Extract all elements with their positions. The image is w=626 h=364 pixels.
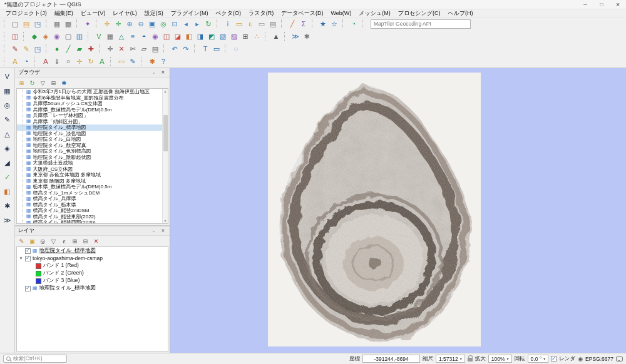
layer-labeling-button[interactable]: A bbox=[9, 56, 21, 67]
select-features-button[interactable]: ▭ bbox=[233, 18, 245, 29]
copy-features-button[interactable]: ▱ bbox=[138, 43, 150, 54]
maximize-button[interactable]: □ bbox=[593, 0, 610, 9]
map-tips-button[interactable]: ▭ bbox=[116, 56, 127, 67]
layer-item[interactable]: ✓▦地理院タイル_標準地図 bbox=[17, 247, 168, 255]
add-oracle-layer-button[interactable]: ◪ bbox=[172, 31, 183, 42]
close-button[interactable]: ✕ bbox=[610, 0, 626, 9]
add-wfs-layer-button[interactable]: ◩ bbox=[206, 31, 217, 42]
zoom-out-button[interactable]: ⊖ bbox=[135, 18, 146, 29]
open-attribute-table-button[interactable]: ▤ bbox=[267, 18, 279, 29]
add-polygon-feature-button[interactable]: ▰ bbox=[74, 43, 85, 54]
osm-place-search-button[interactable]: ◌ bbox=[230, 43, 242, 54]
layer-check-icon[interactable]: ✓ bbox=[2, 171, 13, 183]
new-3d-map-view-button[interactable]: ▲ bbox=[270, 31, 282, 42]
identify-features-button[interactable]: i bbox=[222, 18, 233, 29]
layer-visibility-checkbox[interactable]: ✓ bbox=[25, 286, 31, 291]
vertex-tool-button[interactable]: ✚ bbox=[85, 43, 96, 54]
zoom-in-button[interactable]: ⊕ bbox=[124, 18, 135, 29]
add-wms-layer-button[interactable]: ◧ bbox=[183, 31, 195, 42]
zoom-to-selection-button[interactable]: ◎ bbox=[158, 18, 169, 29]
open-data-source-manager-button[interactable]: ◫ bbox=[9, 31, 21, 42]
paste-features-button[interactable]: ▤ bbox=[150, 43, 161, 54]
menu-item-11[interactable]: プロセシング(C) bbox=[394, 9, 444, 18]
layers-open-layer-styling-panel-button[interactable]: ✎ bbox=[17, 236, 26, 246]
cut-features-button[interactable]: ✄ bbox=[127, 43, 138, 54]
layer-visibility-checkbox[interactable]: ✓ bbox=[25, 256, 31, 261]
statusbar-search[interactable]: 検索(Ctrl+K) bbox=[3, 355, 67, 363]
scale-combobox[interactable]: 1:57312 ▾ bbox=[436, 355, 465, 363]
zoom-next-button[interactable]: ▸ bbox=[192, 18, 203, 29]
layer-diagram-button[interactable]: ◔ bbox=[21, 56, 32, 67]
text-annotation-button[interactable]: T bbox=[200, 43, 211, 54]
help-contents-button[interactable]: ? bbox=[158, 56, 169, 67]
vertex-editor-icon[interactable]: ✎ bbox=[2, 114, 13, 125]
add-point-cloud-layer-button[interactable]: ∴ bbox=[251, 31, 262, 42]
layers-filter-by-expression-button[interactable]: ε bbox=[59, 236, 69, 246]
layer-visibility-checkbox[interactable]: ✓ bbox=[25, 248, 31, 254]
save-layer-edits-button[interactable]: ◳ bbox=[32, 43, 43, 54]
deselect-all-button[interactable]: ▭ bbox=[256, 18, 267, 29]
new-annotation-layer-button[interactable]: ✎ bbox=[127, 56, 138, 67]
temporal-controller-button[interactable]: ◔ bbox=[348, 18, 359, 29]
menu-item-4[interactable]: 設定(S) bbox=[141, 9, 167, 18]
layer-item[interactable]: ▾✓tokyo-aogashima-dem-csmap bbox=[17, 255, 168, 262]
undo-button[interactable]: ↶ bbox=[169, 43, 180, 54]
add-delimited-text-layer-button[interactable]: ≡ bbox=[127, 31, 138, 42]
layers-collapse-all-layers-button[interactable]: ⊟ bbox=[81, 236, 90, 246]
add-xyz-layer-button[interactable]: ⊞ bbox=[240, 31, 251, 42]
add-mesh-layer-button[interactable]: △ bbox=[116, 31, 127, 42]
rotation-spinbox[interactable]: 0.0 ° ▾ bbox=[528, 355, 549, 363]
menu-item-3[interactable]: レイヤ(L) bbox=[109, 9, 141, 18]
new-temporary-scratch-layer-button[interactable]: ▢ bbox=[63, 31, 74, 42]
menu-item-2[interactable]: ビュー(V) bbox=[77, 9, 109, 18]
show-hide-labels-button[interactable]: ○ bbox=[63, 56, 74, 67]
zoom-last-button[interactable]: ◂ bbox=[180, 18, 192, 29]
add-raster-layer-button[interactable]: ▦ bbox=[105, 31, 116, 42]
manage-plugins-button[interactable]: ✱ bbox=[301, 31, 312, 42]
new-spatialite-layer-button[interactable]: ◉ bbox=[51, 31, 63, 42]
zoom-to-layer-button[interactable]: ⊡ bbox=[169, 18, 180, 29]
browser-add-directory-button[interactable]: ⊞ bbox=[17, 78, 26, 88]
pan-to-selection-button[interactable]: ✛ bbox=[113, 18, 124, 29]
browser-refresh-browser-button[interactable]: ↻ bbox=[28, 78, 37, 88]
new-print-layout-button[interactable]: ▦ bbox=[51, 18, 63, 29]
layers-add-group-button[interactable]: ▣ bbox=[28, 236, 37, 246]
move-feature-button[interactable]: ✛ bbox=[105, 43, 116, 54]
delete-selected-button[interactable]: ✕ bbox=[116, 43, 127, 54]
add-mssql-layer-button[interactable]: ◫ bbox=[161, 31, 172, 42]
browser-collapse-all-button[interactable]: ⊟ bbox=[49, 78, 58, 88]
move-label-button[interactable]: ✛ bbox=[74, 56, 85, 67]
pin-unpin-labels-button[interactable]: ⇓ bbox=[51, 56, 63, 67]
processing-toolbox-button[interactable]: ✱ bbox=[146, 56, 158, 67]
show-bookmarks-button[interactable]: ★ bbox=[317, 18, 329, 29]
minimize-button[interactable]: ─ bbox=[577, 0, 593, 9]
menu-item-9[interactable]: Web(W) bbox=[327, 10, 356, 16]
redo-button[interactable]: ↷ bbox=[180, 43, 192, 54]
layers-remove-layer-button[interactable]: ✕ bbox=[91, 236, 101, 246]
python-tools-icon[interactable]: ≫ bbox=[2, 215, 13, 226]
lock-scale-icon[interactable] bbox=[468, 358, 473, 361]
new-virtual-layer-button[interactable]: ▥ bbox=[74, 31, 85, 42]
new-shapefile-layer-button[interactable]: ◈ bbox=[40, 31, 51, 42]
layer-item[interactable]: バンド 3 (Blue) bbox=[17, 277, 168, 285]
new-bookmark-button[interactable]: ☆ bbox=[329, 18, 340, 29]
save-project-button[interactable]: ◳ bbox=[32, 18, 43, 29]
browser-filter-browser-button[interactable]: ▽ bbox=[38, 78, 48, 88]
layers-expand-all-button[interactable]: ⊞ bbox=[70, 236, 80, 246]
new-geopackage-layer-button[interactable]: ◆ bbox=[29, 31, 40, 42]
open-project-button[interactable]: ▤ bbox=[21, 18, 32, 29]
menu-item-10[interactable]: メッシュ(M) bbox=[355, 9, 394, 18]
menu-item-8[interactable]: データベース(D) bbox=[277, 9, 327, 18]
layers-close-button[interactable]: ✕ bbox=[160, 228, 167, 235]
statistical-summary-button[interactable]: Σ bbox=[298, 18, 309, 29]
render-checkbox[interactable]: ✓ bbox=[551, 356, 557, 361]
browser-float-button[interactable]: ▫ bbox=[150, 69, 157, 76]
rotate-label-button[interactable]: ↻ bbox=[85, 56, 96, 67]
layout-manager-button[interactable]: ▩ bbox=[63, 18, 74, 29]
data-packaging-icon[interactable]: ◧ bbox=[2, 186, 13, 197]
menu-item-12[interactable]: ヘルプ(H) bbox=[444, 9, 476, 18]
style-manager-button[interactable]: ✦ bbox=[82, 18, 93, 29]
map-canvas[interactable] bbox=[170, 68, 626, 353]
measure-line-button[interactable]: ╱ bbox=[287, 18, 298, 29]
layers-filter-legend-button[interactable]: ▽ bbox=[49, 236, 58, 246]
